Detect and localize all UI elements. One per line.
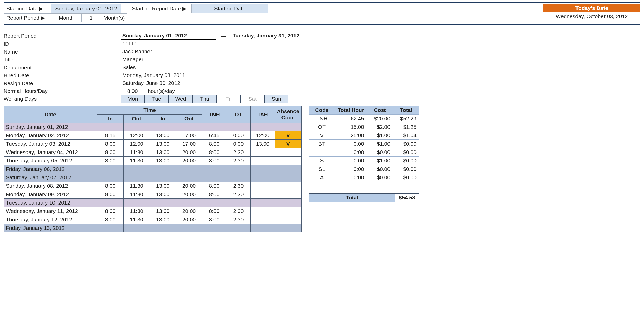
cell-date: Tuesday, January 10, 2012 (4, 199, 97, 207)
cell-abs (275, 215, 302, 224)
report-period-num[interactable]: 1 (81, 13, 101, 22)
cell-out1: 11:30 (124, 215, 150, 224)
employee-info: Report Period : Sunday, January 01, 2012… (4, 32, 640, 103)
cell-out2 (176, 224, 202, 232)
cell-in1: 8:00 (97, 148, 124, 157)
starting-report-date-label: Starting Report Date ▶ (127, 4, 191, 13)
normal-hours-unit: hour(s)/day (144, 88, 175, 94)
cell-out1: 11:30 (124, 157, 150, 165)
cell-ot: 2:30 (226, 182, 251, 190)
cell-ot (226, 173, 251, 182)
cell-in1 (97, 224, 124, 232)
grand-total: Total $54.58 (309, 193, 419, 202)
cell-tah (251, 182, 275, 190)
cell-out2: 20:00 (176, 215, 202, 224)
attendance-table: Date Time TNH OT TAH Absence Code In Out… (4, 106, 302, 232)
table-row: Sunday, January 01, 2012 (4, 123, 302, 131)
cell-in2 (150, 173, 176, 182)
cell-date: Monday, January 02, 2012 (4, 131, 97, 140)
cell-tnh: 6:45 (202, 131, 226, 140)
col-code: Code (309, 106, 335, 115)
cell-out1 (124, 199, 150, 207)
cell-out1: 12:00 (124, 131, 150, 140)
cell-tah (251, 173, 275, 182)
id-value: 11111 (121, 40, 152, 47)
cell-tnh: 8:00 (202, 207, 226, 215)
report-period-month[interactable]: Month (51, 13, 81, 22)
summary-total: $52.29 (393, 115, 419, 123)
cell-tnh (202, 224, 226, 232)
col-cost: Cost (367, 106, 393, 115)
summary-row: A0:00$0.00$0.00 (309, 173, 419, 182)
summary-total: $1.25 (393, 123, 419, 131)
cell-in2: 13:00 (150, 215, 176, 224)
cell-tah (251, 165, 275, 173)
starting-report-date-value[interactable]: Starting Date (191, 4, 268, 13)
col-total: Total (393, 106, 419, 115)
col-time: Time (97, 106, 202, 115)
report-period-label: Report Period ▶ (4, 13, 51, 22)
cell-tah (251, 148, 275, 157)
cell-tnh: 8:00 (202, 190, 226, 199)
starting-date-value[interactable]: Sunday, January 01, 2012 (51, 4, 121, 13)
cell-tah (251, 215, 275, 224)
cell-abs (275, 182, 302, 190)
summary-hour: 25:00 (335, 131, 367, 140)
grand-total-value: $54.58 (395, 194, 419, 202)
summary-total: $0.00 (393, 140, 419, 148)
cell-abs (275, 190, 302, 199)
cell-tnh (202, 173, 226, 182)
cell-out2: 17:00 (176, 131, 202, 140)
cell-in1 (97, 165, 124, 173)
hired-label: Hired Date (4, 72, 109, 79)
summary-cost: $0.00 (367, 173, 393, 182)
report-period-from: Sunday, January 01, 2012 (121, 32, 216, 40)
resign-label: Resign Date (4, 80, 109, 86)
summary-hour: 62:45 (335, 115, 367, 123)
cell-out2 (176, 199, 202, 207)
cell-date: Saturday, January 07, 2012 (4, 173, 97, 182)
cell-out2 (176, 123, 202, 131)
summary-total: $0.00 (393, 173, 419, 182)
summary-hour: 0:00 (335, 148, 367, 157)
department-label: Department (4, 65, 109, 71)
summary-hour: 0:00 (335, 157, 367, 165)
summary-cost: $1.00 (367, 157, 393, 165)
cell-in2 (150, 165, 176, 173)
summary-code: BT (309, 140, 335, 148)
cell-date: Tuesday, January 03, 2012 (4, 140, 97, 148)
id-label: ID (4, 41, 109, 47)
cell-ot (226, 199, 251, 207)
summary-hour: 15:00 (335, 123, 367, 131)
cell-in2 (150, 123, 176, 131)
summary-code: S (309, 157, 335, 165)
cost-summary-table: Code Total Hour Cost Total TNH62:45$20.0… (309, 106, 419, 182)
cell-out1 (124, 173, 150, 182)
cell-in2: 13:00 (150, 148, 176, 157)
table-row: Monday, January 02, 20129:1512:0013:0017… (4, 131, 302, 140)
cell-in1 (97, 199, 124, 207)
cell-ot: 0:00 (226, 140, 251, 148)
summary-code: V (309, 131, 335, 140)
summary-cost: $20.00 (367, 115, 393, 123)
cell-in1: 8:00 (97, 190, 124, 199)
summary-hour: 0:00 (335, 173, 367, 182)
department-value: Sales (121, 64, 244, 71)
cell-tah (251, 190, 275, 199)
cell-out2: 20:00 (176, 190, 202, 199)
cell-date: Sunday, January 01, 2012 (4, 123, 97, 131)
summary-total: $0.00 (393, 157, 419, 165)
cell-date: Friday, January 13, 2012 (4, 224, 97, 232)
day-thu: Thu (193, 95, 217, 103)
cell-tah (251, 123, 275, 131)
cell-tnh: 8:00 (202, 140, 226, 148)
cell-ot: 2:30 (226, 190, 251, 199)
cell-in2: 13:00 (150, 140, 176, 148)
day-sun: Sun (264, 95, 288, 103)
summary-row: V25:00$1.00$1.04 (309, 131, 419, 140)
cell-abs (275, 199, 302, 207)
summary-row: L0:00$0.00$0.00 (309, 148, 419, 157)
summary-hour: 0:00 (335, 140, 367, 148)
summary-total: $0.00 (393, 148, 419, 157)
grand-total-label: Total (309, 194, 395, 202)
